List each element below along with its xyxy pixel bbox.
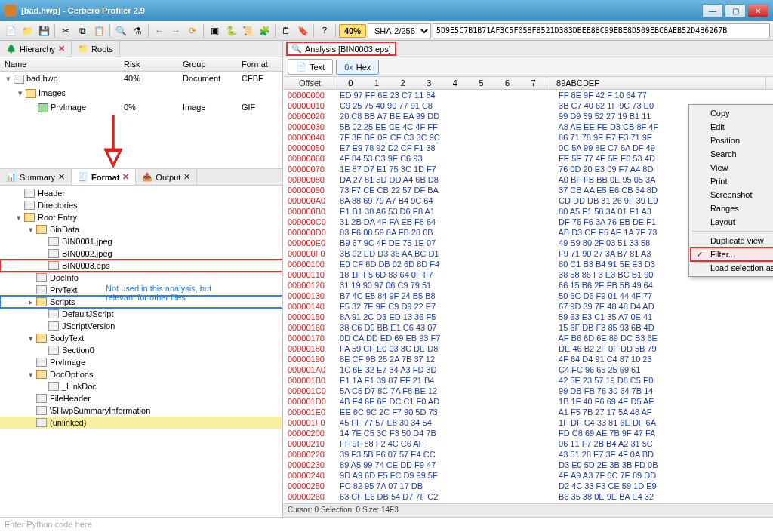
hex-row[interactable]: 00000170 0D CA DD ED 69 EB 93 F7 AF B6 6… [283, 333, 773, 343]
file-tree-grid: Name Risk Group Format ▾bad.hwp40%Docume… [0, 57, 282, 169]
hex-row[interactable]: 00000160 38 C6 D9 BB E1 C6 43 07 15 6F D… [283, 322, 773, 333]
file-row[interactable]: ▾Images [0, 86, 282, 100]
file-row[interactable]: PrvImage0%ImageGIF [0, 100, 282, 115]
col-name[interactable]: Name [0, 57, 119, 71]
tree-item[interactable]: ▾Root Entry [0, 211, 282, 223]
hex-row[interactable]: 00000210 FF 9F 88 F2 4C C6 AF 06 11 F7 2… [283, 438, 773, 449]
cut-icon[interactable]: ✂ [58, 23, 73, 38]
svg-marker-4 [106, 150, 121, 165]
maximize-button[interactable]: ▢ [725, 4, 746, 17]
hex-row[interactable]: 00000230 89 A5 99 74 CE DD F9 47 D3 E0 5… [283, 460, 773, 470]
tree-item[interactable]: Directories [0, 199, 282, 211]
tree-item[interactable]: ▾BodyText [0, 332, 282, 344]
tree-item[interactable]: BIN0003.eps [0, 260, 282, 272]
menu-item[interactable]: Duplicate viewCtrl+Alt+D [691, 234, 773, 248]
menu-item[interactable]: ✓Filter...Ctrl+T [691, 248, 773, 261]
risk-badge: 40% [339, 24, 366, 38]
tab-text[interactable]: 📄Text [288, 59, 333, 75]
back-icon[interactable]: ← [152, 23, 167, 38]
structure-tree[interactable]: Not used in this analysis, butrelevant f… [0, 186, 282, 517]
hex-row[interactable]: 00000180 FA 59 CF E0 03 3C DE D8 DE 46 B… [283, 343, 773, 354]
hex-row[interactable]: 00000140 F5 32 7E 9E C9 D9 22 E7 67 9D 3… [283, 301, 773, 312]
terminal-icon[interactable]: ▣ [207, 23, 222, 38]
open-icon[interactable]: 📄 [3, 23, 18, 38]
tree-item[interactable]: FileHeader [0, 392, 282, 404]
menu-item[interactable]: Layout▸ [691, 215, 773, 229]
hex-row[interactable]: 000001D0 4B E4 6E 6F DC C1 F0 AD 1B 1F 4… [283, 396, 773, 407]
tab-roots[interactable]: 📁Roots [72, 41, 120, 57]
annotation-arrow [98, 111, 128, 168]
tree-item[interactable]: Header [0, 187, 282, 199]
tree-item[interactable]: _LinkDoc [0, 380, 282, 392]
tree-item[interactable]: DocInfo [0, 272, 282, 284]
menu-item[interactable]: Copy▸ [691, 106, 773, 120]
tree-item[interactable]: BIN0002.jpeg [0, 248, 282, 260]
hex-row[interactable]: 000001F0 45 FF 77 57 E8 30 34 54 1F DF C… [283, 417, 773, 428]
filter-icon[interactable]: ⚗ [130, 23, 145, 38]
menu-item[interactable]: Screenshot▸ [691, 188, 773, 201]
hex-row[interactable]: 00000270 6F F0 46 1A BF 0D B5 CF 89 79 8… [283, 502, 773, 503]
tree-item[interactable]: (unlinked) [0, 417, 282, 429]
hex-row[interactable]: 000001B0 E1 1A E1 39 87 EF 21 B4 42 5E 2… [283, 375, 773, 386]
col-risk[interactable]: Risk [119, 57, 178, 71]
hex-row[interactable]: 00000120 31 19 90 97 06 C9 79 51 66 15 B… [283, 280, 773, 291]
refresh-icon[interactable]: ⟳ [185, 23, 200, 38]
menu-item[interactable]: Ranges▸ [691, 201, 773, 215]
hex-row[interactable]: 00000250 FC 82 95 7A 07 17 DB D2 4C 33 F… [283, 481, 773, 491]
help-icon[interactable]: ？ [317, 23, 332, 38]
app-icon [5, 5, 17, 17]
hex-row[interactable]: 000001C0 5A C5 D7 8C 7A F8 BE 12 99 DB F… [283, 386, 773, 396]
tag-icon[interactable]: 🔖 [295, 23, 310, 38]
hash-algo-select[interactable]: SHA-2/256 [368, 23, 431, 38]
tab-hierarchy[interactable]: 🌲Hierarchy✕ [0, 41, 72, 57]
tree-item[interactable]: \5HwpSummaryInformation [0, 404, 282, 417]
menu-item[interactable]: View▸ [691, 161, 773, 174]
file-row[interactable]: ▾bad.hwp40%DocumentCFBF [0, 72, 282, 86]
tree-item[interactable]: JScriptVersion [0, 320, 282, 332]
hex-row[interactable]: 00000200 14 7E C5 3C F3 50 D4 7B FD C8 6… [283, 428, 773, 438]
save-icon[interactable]: 💾 [36, 23, 51, 38]
hex-row[interactable]: 00000000 ED 97 FF 6E 23 C7 11 84 FF 8E 9… [283, 90, 773, 100]
menu-item[interactable]: Position▸ [691, 134, 773, 147]
tree-item[interactable]: Section0 [0, 344, 282, 356]
menu-item[interactable]: Search▸ [691, 147, 773, 161]
script-icon[interactable]: 📜 [240, 23, 255, 38]
hex-row[interactable]: 00000190 8E CF 9B 25 2A 7B 37 12 4F 64 D… [283, 354, 773, 364]
col-group[interactable]: Group [178, 57, 237, 71]
menu-item[interactable]: Print▸ [691, 174, 773, 188]
py-icon[interactable]: 🐍 [223, 23, 239, 38]
tree-item[interactable]: ▾DocOptions [0, 368, 282, 380]
search-icon[interactable]: 🔍 [113, 23, 128, 38]
python-input[interactable]: Enter Python code here [0, 517, 773, 532]
hex-row[interactable]: 00000150 8A 91 2C D3 ED 13 36 F5 59 63 E… [283, 312, 773, 322]
hash-value-field[interactable] [433, 23, 770, 38]
tab-output[interactable]: 📤Output✕ [136, 169, 197, 185]
tree-item[interactable]: BIN0001.jpeg [0, 235, 282, 248]
note-icon[interactable]: 🗒 [279, 23, 294, 38]
paste-icon[interactable]: 📋 [91, 23, 106, 38]
col-format[interactable]: Format [237, 57, 282, 71]
tab-format[interactable]: 🧾Format✕ [72, 169, 136, 185]
tab-hex[interactable]: 0xHex [336, 60, 379, 75]
forward-icon[interactable]: → [168, 23, 183, 38]
hex-row[interactable]: 00000240 9D A9 6D E5 FC D9 99 5F 4E A9 A… [283, 470, 773, 481]
analysis-tab[interactable]: 🔍 Analysis [BIN0003.eps] [286, 42, 396, 56]
tree-item[interactable]: ▾BinData [0, 223, 282, 235]
close-button[interactable]: ✕ [747, 4, 768, 17]
hex-row[interactable]: 000001E0 EE 6C 9C 2C F7 90 5D 73 A1 F5 7… [283, 407, 773, 417]
folder-icon[interactable]: 📁 [20, 23, 35, 38]
hex-row[interactable]: 00000220 39 F3 5B F6 07 57 E4 CC 43 51 2… [283, 449, 773, 460]
tree-item[interactable]: DefaultJScript [0, 308, 282, 320]
close-icon[interactable]: ✕ [58, 44, 65, 54]
menu-item[interactable]: Edit▸ [691, 120, 773, 134]
tab-summary[interactable]: 📊Summary✕ [0, 169, 72, 185]
tree-item[interactable]: PrvImage [0, 356, 282, 368]
minimize-button[interactable]: — [702, 4, 723, 17]
hex-status: Cursor: 0 Selection: 0 Size: 14F3 [283, 503, 773, 517]
copy-icon[interactable]: ⧉ [75, 23, 90, 38]
menu-item[interactable]: Load selection as...Ctrl+E [691, 261, 773, 275]
hex-row[interactable]: 00000130 B7 4C E5 84 9F 24 B5 B8 50 6C D… [283, 291, 773, 301]
hex-row[interactable]: 00000260 63 CF E6 DB 54 D7 7F C2 B6 35 3… [283, 491, 773, 502]
plugin-icon[interactable]: 🧩 [257, 23, 272, 38]
hex-row[interactable]: 000001A0 1C 6E 32 E7 34 A3 FD 3D C4 FC 9… [283, 364, 773, 375]
